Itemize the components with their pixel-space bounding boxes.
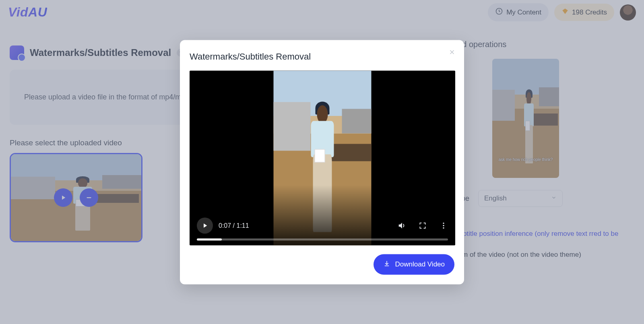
player-progress-track[interactable] — [197, 238, 448, 240]
svg-point-5 — [443, 225, 444, 226]
result-modal: Watermarks/Subtitles Removal 0:07 / — [180, 40, 464, 284]
download-icon — [383, 260, 390, 269]
player-time-display: 0:07 / 1:11 — [219, 222, 249, 229]
modal-title: Watermarks/Subtitles Removal — [190, 51, 454, 62]
fullscreen-icon[interactable] — [418, 221, 427, 230]
more-options-icon[interactable] — [439, 221, 448, 230]
modal-close-button[interactable] — [447, 47, 457, 57]
player-play-button[interactable] — [197, 217, 213, 233]
download-video-label: Download Video — [395, 260, 445, 268]
player-controls: 0:07 / 1:11 — [190, 214, 455, 245]
svg-point-6 — [443, 227, 444, 228]
player-progress-fill — [197, 238, 222, 240]
svg-point-4 — [443, 223, 444, 224]
download-video-button[interactable]: Download Video — [374, 254, 455, 274]
video-player[interactable]: 0:07 / 1:11 — [190, 70, 455, 245]
volume-icon[interactable] — [397, 221, 406, 230]
